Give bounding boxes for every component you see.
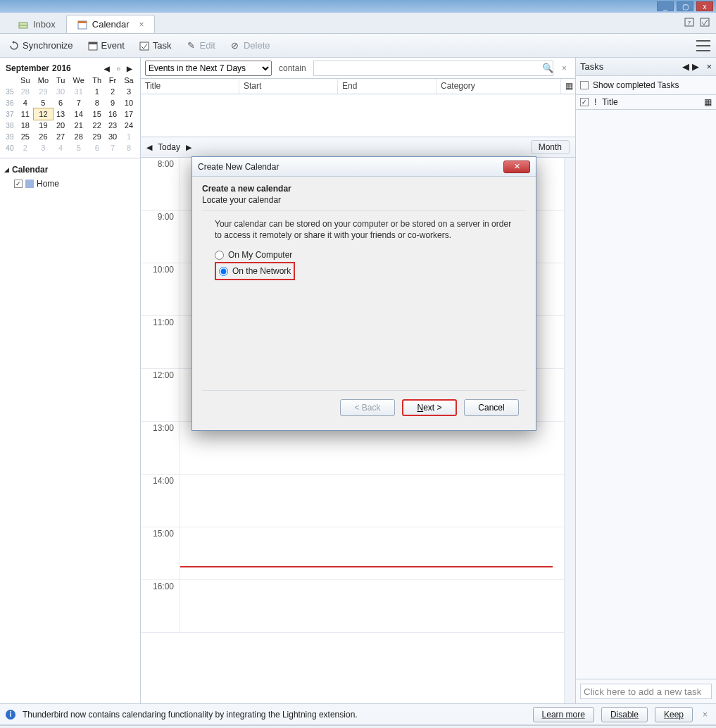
mini-day[interactable]: 27 (53, 131, 68, 142)
task-col-picker-button[interactable]: ▦ (704, 97, 712, 107)
tasks-next-button[interactable]: ▶ (692, 61, 699, 72)
mini-day[interactable]: 4 (17, 97, 34, 108)
filter-clear-button[interactable]: × (558, 63, 571, 73)
learn-more-button[interactable]: Learn more (533, 707, 594, 722)
mini-day[interactable]: 24 (120, 120, 137, 131)
col-start[interactable]: Start (239, 79, 338, 94)
radio-on-my-computer[interactable]: On My Computer (215, 248, 513, 262)
mini-day[interactable]: 2 (105, 86, 120, 97)
mini-day[interactable]: 29 (89, 131, 105, 142)
day-next-button[interactable]: ▶ (186, 143, 191, 152)
info-close-button[interactable]: × (700, 710, 710, 720)
mini-day[interactable]: 18 (17, 120, 34, 131)
mini-day[interactable]: 20 (53, 120, 68, 131)
mini-day[interactable]: 7 (68, 97, 89, 108)
mini-day[interactable]: 4 (53, 142, 68, 153)
mini-day[interactable]: 21 (68, 120, 89, 131)
tasks-toggle-icon[interactable] (699, 16, 710, 27)
mini-day[interactable]: 31 (68, 86, 89, 97)
delete-button[interactable]: ⊘ Delete (227, 38, 273, 54)
col-category[interactable]: Category (436, 79, 561, 94)
filter-contain-label: contain (276, 63, 309, 73)
mini-day[interactable]: 15 (89, 108, 105, 120)
expand-icon[interactable]: ◢ (4, 166, 9, 173)
mini-next-button[interactable]: ▶ (125, 63, 134, 73)
mini-day[interactable]: 5 (34, 97, 53, 108)
filter-preset-select[interactable]: Events in the Next 7 Days (145, 61, 272, 76)
mini-day[interactable]: 26 (34, 131, 53, 142)
mini-day[interactable]: 8 (89, 97, 105, 108)
mini-day[interactable]: 3 (34, 142, 53, 153)
task-button[interactable]: Task (136, 38, 175, 54)
radio-on-network[interactable]: On the Network (219, 264, 291, 278)
task-col-priority-icon[interactable]: ! (594, 97, 596, 107)
mini-day[interactable]: 11 (17, 108, 34, 120)
filter-search-input[interactable] (313, 61, 553, 76)
tab-inbox-label: Inbox (33, 19, 56, 30)
mini-day[interactable]: 17 (120, 108, 137, 120)
window-close-button[interactable]: x (696, 1, 713, 11)
day-prev-button[interactable]: ◀ (146, 143, 152, 152)
mini-calendar-grid[interactable]: SuMoTuWeThFrSa 3528293031123364567891037… (3, 75, 137, 153)
calendar7-icon[interactable]: 7 (684, 16, 695, 27)
window-maximize-button[interactable]: ▢ (677, 1, 693, 11)
mini-day[interactable]: 9 (105, 97, 120, 108)
mini-day[interactable]: 13 (53, 108, 68, 120)
mini-day[interactable]: 3 (120, 86, 137, 97)
mini-day[interactable]: 30 (105, 131, 120, 142)
radio-on-my-computer-input[interactable] (215, 251, 224, 260)
scrollbar[interactable] (564, 158, 575, 703)
mini-day[interactable]: 23 (105, 120, 120, 131)
mini-day[interactable]: 29 (34, 86, 53, 97)
radio-on-network-input[interactable] (219, 267, 228, 276)
day-today-label[interactable]: Today (158, 142, 180, 152)
back-button[interactable]: < Back (340, 399, 395, 416)
mini-day[interactable]: 6 (89, 142, 105, 153)
cancel-button[interactable]: Cancel (464, 399, 519, 416)
window-minimize-button[interactable]: _ (657, 1, 674, 11)
task-col-check[interactable]: ✓ (580, 98, 589, 106)
mini-day[interactable]: 8 (120, 142, 137, 153)
synchronize-label: Synchronize (23, 40, 73, 51)
mini-day[interactable]: 22 (89, 120, 105, 131)
mini-day[interactable]: 1 (120, 131, 137, 142)
add-task-input[interactable] (580, 684, 712, 699)
mini-day[interactable]: 30 (53, 86, 68, 97)
event-button[interactable]: Event (84, 38, 127, 54)
dialog-close-button[interactable]: ✕ (503, 161, 530, 173)
mini-day[interactable]: 1 (89, 86, 105, 97)
mini-day[interactable]: 16 (105, 108, 120, 120)
tasks-close-button[interactable]: × (706, 61, 712, 72)
mini-day[interactable]: 28 (17, 86, 34, 97)
mini-day[interactable]: 14 (68, 108, 89, 120)
tab-inbox[interactable]: Inbox (7, 15, 66, 33)
view-month-button[interactable]: Month (531, 140, 570, 154)
next-button[interactable]: Next > (402, 399, 457, 416)
mini-day[interactable]: 12 (34, 108, 53, 120)
menu-button[interactable] (696, 40, 710, 51)
tab-calendar[interactable]: Calendar × (66, 15, 155, 33)
synchronize-button[interactable]: Synchronize (6, 38, 76, 54)
mini-day[interactable]: 10 (120, 97, 137, 108)
task-col-title[interactable]: Title (602, 97, 617, 107)
mini-day[interactable]: 28 (68, 131, 89, 142)
calendar-home-checkbox[interactable]: ✓ (14, 180, 23, 188)
mini-prev-button[interactable]: ◀ (102, 63, 112, 73)
mini-day[interactable]: 7 (105, 142, 120, 153)
mini-day[interactable]: 25 (17, 131, 34, 142)
disable-button[interactable]: Disable (601, 707, 648, 722)
col-end[interactable]: End (338, 79, 436, 94)
show-completed-checkbox[interactable] (580, 81, 589, 89)
mini-day[interactable]: 2 (17, 142, 34, 153)
col-title[interactable]: Title (141, 79, 239, 94)
mini-day[interactable]: 19 (34, 120, 53, 131)
search-icon[interactable]: 🔍 (542, 63, 553, 74)
tasks-prev-button[interactable]: ◀ (682, 61, 689, 72)
mini-day[interactable]: 6 (53, 97, 68, 108)
col-picker-button[interactable]: ▦ (561, 79, 575, 94)
tab-close-button[interactable]: × (139, 20, 144, 30)
edit-button[interactable]: ✎ Edit (183, 38, 218, 54)
mini-day[interactable]: 5 (68, 142, 89, 153)
mini-today-button[interactable]: ○ (113, 63, 123, 73)
keep-button[interactable]: Keep (655, 707, 693, 722)
